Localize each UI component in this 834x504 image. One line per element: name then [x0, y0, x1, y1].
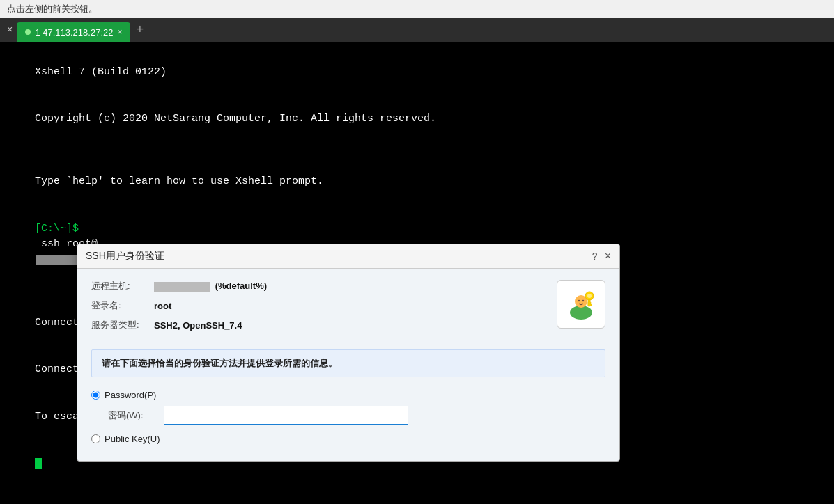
hint-text: 点击左侧的前关按钮。 — [7, 3, 98, 15]
password-field-row: 密码(W): — [108, 406, 605, 425]
password-radio-row[interactable]: Password(P) — [91, 390, 605, 400]
pubkey-radio-input[interactable] — [91, 434, 100, 443]
tab-close-icon[interactable]: × — [117, 27, 122, 37]
key-icon-wrapper — [557, 280, 605, 329]
password-radio-input[interactable] — [91, 391, 100, 400]
dialog-body: 远程主机: (%default%) 登录名: root — [77, 269, 619, 461]
dialog-help-button[interactable]: ? — [592, 251, 598, 262]
svg-point-2 — [578, 300, 580, 301]
ssh-auth-dialog: SSH用户身份验证 ? × 远程主机: (%d — [77, 244, 620, 462]
remote-host-value: (%default%) — [154, 281, 267, 292]
tab-bar: × 1 47.113.218.27:22 × + — [0, 18, 834, 42]
key-user-icon — [563, 286, 599, 322]
server-type-row: 服务器类型: SSH2, OpenSSH_7.4 — [91, 319, 557, 331]
dialog-instruction: 请在下面选择恰当的身份验证方法并提供登录所需的信息。 — [91, 349, 605, 377]
terminal-tab[interactable]: 1 47.113.218.27:22 × — [17, 22, 130, 42]
remote-host-default: (%default%) — [215, 281, 267, 291]
server-type-label: 服务器类型: — [91, 319, 154, 331]
dialog-overlay: SSH用户身份验证 ? × 远程主机: (%d — [0, 42, 834, 504]
auth-method-section: Password(P) 密码(W): — [91, 390, 605, 425]
svg-point-3 — [582, 300, 584, 301]
server-type-value: SSH2, OpenSSH_7.4 — [154, 320, 242, 331]
dialog-title-buttons: ? × — [592, 250, 611, 262]
dialog-titlebar: SSH用户身份验证 ? × — [77, 244, 619, 269]
window-close-btn[interactable]: × — [3, 18, 17, 42]
password-radio-label[interactable]: Password(P) — [105, 390, 156, 400]
login-value: root — [154, 301, 171, 311]
remote-host-label: 远程主机: — [91, 280, 154, 292]
new-tab-button[interactable]: + — [130, 24, 149, 36]
remote-host-row: 远程主机: (%default%) — [91, 280, 557, 292]
host-redacted — [154, 282, 210, 292]
dialog-title: SSH用户身份验证 — [86, 250, 164, 262]
svg-rect-8 — [588, 302, 591, 304]
tab-status-dot — [25, 29, 31, 35]
password-field-label: 密码(W): — [108, 409, 164, 422]
tab-label: 1 47.113.218.27:22 — [35, 27, 113, 38]
pubkey-radio-row[interactable]: Public Key(U) — [91, 434, 605, 444]
dialog-close-button[interactable]: × — [605, 250, 611, 262]
login-row: 登录名: root — [91, 299, 557, 312]
dialog-info-section: 远程主机: (%default%) 登录名: root — [91, 280, 605, 338]
svg-point-5 — [587, 294, 592, 298]
dialog-info-fields: 远程主机: (%default%) 登录名: root — [91, 280, 557, 338]
password-input[interactable] — [164, 406, 408, 425]
login-label: 登录名: — [91, 299, 154, 312]
svg-rect-7 — [588, 304, 592, 306]
hint-bar: 点击左侧的前关按钮。 — [0, 0, 834, 18]
terminal-area: Xshell 7 (Build 0122) Copyright (c) 2020… — [0, 42, 834, 504]
pubkey-radio-label[interactable]: Public Key(U) — [105, 434, 160, 444]
